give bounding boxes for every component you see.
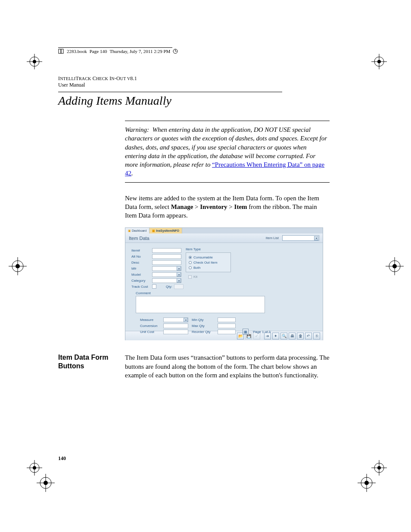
input-conversion[interactable] [163, 324, 188, 328]
input-unit-cost[interactable] [163, 330, 188, 334]
doc-type: User Manual [58, 82, 330, 88]
warning-box: Warning: When entering data in the appli… [125, 121, 330, 183]
radio-icon [189, 266, 192, 269]
item-list-dropdown[interactable]: ▾ [282, 235, 319, 241]
page-number: 140 [58, 455, 66, 462]
label-comment: Comment [136, 291, 317, 295]
label-conversion: Conversion [140, 324, 163, 328]
checkbox-kit[interactable] [188, 275, 192, 279]
book-filename: 2283.book [67, 49, 87, 54]
crop-mark [371, 54, 387, 69]
intro-paragraph: New items are added to the system at the… [125, 194, 330, 220]
chevron-down-icon: ▾ [177, 272, 181, 277]
label-qty: Qty: [166, 285, 172, 289]
label-reorder-qty: Reorder Qty [192, 330, 216, 334]
radio-icon [189, 256, 192, 259]
label-measure: Measure [140, 318, 163, 322]
chevron-down-icon: ▾ [177, 278, 181, 283]
textarea-comment[interactable] [136, 296, 265, 313]
pager-text: Page 1 of 3 [253, 330, 271, 334]
label-category: Category [131, 279, 152, 283]
subsection-body: The Item Data form uses “transaction” bu… [125, 353, 330, 380]
form-title: Item Data [129, 236, 149, 241]
label-max-qty: Max Qty [192, 324, 216, 328]
tab-dashboard[interactable]: ▣Dashboard [125, 228, 149, 233]
svg-point-7 [377, 60, 381, 63]
warning-after: . [131, 170, 133, 177]
crop-mark [27, 54, 42, 69]
chevron-down-icon: ▾ [314, 236, 318, 240]
tab-icon: ▣ [128, 229, 131, 233]
book-icon [58, 49, 64, 54]
image-icon[interactable]: ▦ [243, 329, 249, 335]
input-desc[interactable] [152, 260, 181, 265]
item-type-group: Consumable Check Out Item Both [186, 252, 231, 272]
dropdown-category[interactable]: ▾ [152, 278, 181, 283]
dropdown-mfr[interactable]: ▾ [152, 266, 181, 271]
product-name: INTELLITRACK CHECK IN-OUT V8.1 [58, 75, 330, 82]
svg-point-31 [364, 481, 369, 485]
input-min-qty[interactable] [218, 317, 236, 322]
crop-mark [371, 460, 387, 476]
svg-rect-32 [59, 49, 61, 53]
label-alt-no: Alt No [131, 255, 152, 258]
running-header: INTELLITRACK CHECK IN-OUT V8.1 User Manu… [58, 75, 330, 88]
label-unit-cost: Unit Cost [140, 330, 163, 334]
crop-mark [358, 474, 376, 492]
checkbox-track-cost[interactable] [152, 284, 156, 289]
tab-strip: ▣Dashboard ▣InsSysItemINFO [125, 228, 323, 233]
radio-icon [189, 261, 192, 264]
section-title: Adding Items Manually [58, 94, 330, 108]
title-rule [58, 92, 282, 92]
radio-both[interactable]: Both [189, 265, 228, 270]
crop-mark [9, 257, 27, 275]
item-data-form-screenshot: ▣Dashboard ▣InsSysItemINFO Item Data Ite… [125, 227, 323, 340]
header-rule [58, 47, 172, 48]
clock-icon [173, 49, 179, 54]
svg-point-27 [44, 481, 48, 485]
dropdown-model[interactable]: ▾ [152, 272, 181, 277]
dropdown-measure[interactable]: ▾ [163, 317, 188, 322]
input-max-qty[interactable] [218, 324, 236, 328]
input-item-no[interactable] [152, 248, 181, 253]
warning-prefix: Warning: [125, 126, 149, 133]
input-reorder-qty[interactable] [218, 330, 236, 334]
label-item-no: Item# [131, 249, 152, 252]
svg-point-19 [16, 264, 20, 268]
svg-rect-33 [61, 49, 63, 53]
label-min-qty: Min Qty [192, 318, 216, 322]
input-alt-no[interactable] [152, 254, 181, 259]
crop-mark [27, 460, 42, 476]
form-titlebar: Item Data Item List ▾ [125, 233, 323, 243]
chevron-down-icon: ▾ [177, 266, 181, 271]
checkbox-kit-row: Kit [186, 275, 231, 279]
item-list-label: Item List [266, 236, 279, 240]
tab-icon: ▣ [152, 229, 155, 233]
tab-item-info[interactable]: ▣InsSysItemINFO [149, 228, 182, 233]
radio-consumable[interactable]: Consumable [189, 255, 228, 260]
svg-point-15 [377, 466, 381, 470]
crop-mark [37, 474, 55, 492]
label-track-cost: Track Cost [131, 285, 152, 289]
page-meta: 2283.book Page 140 Thursday, July 7, 201… [58, 49, 330, 54]
meta-page: Page 140 [90, 49, 107, 54]
svg-point-3 [33, 60, 36, 63]
label-model: Model [131, 273, 152, 277]
label-mfr: Mfr [131, 267, 152, 271]
svg-point-11 [33, 466, 36, 470]
svg-point-23 [392, 264, 397, 268]
meta-timestamp: Thursday, July 7, 2011 2:29 PM [109, 49, 170, 54]
input-qty[interactable] [174, 284, 184, 289]
label-item-type: Item Type [186, 247, 231, 251]
label-desc: Desc [131, 261, 152, 264]
chevron-down-icon: ▾ [184, 318, 188, 322]
subsection-heading: Item Data Form Buttons [58, 353, 116, 370]
radio-check-out[interactable]: Check Out Item [189, 260, 228, 265]
crop-mark [386, 257, 404, 275]
